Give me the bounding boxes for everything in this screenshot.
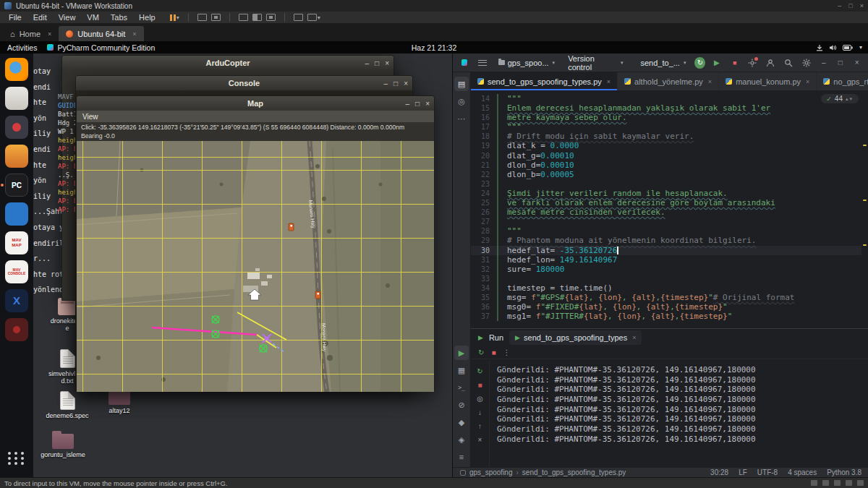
usb-status-icon[interactable] bbox=[846, 480, 852, 486]
menu-help[interactable]: Help bbox=[133, 13, 161, 22]
code-line[interactable]: 32sure= 180000 bbox=[471, 265, 861, 274]
minimize-button[interactable]: – bbox=[817, 59, 830, 67]
cdrom-status-icon[interactable] bbox=[822, 480, 829, 486]
code-line[interactable]: 27 bbox=[471, 217, 861, 226]
menu-tabs[interactable]: Tabs bbox=[105, 13, 133, 22]
code-line[interactable]: 18# Drift modu için sabit kaymalar verir… bbox=[471, 132, 861, 141]
maximize-button[interactable]: □ bbox=[375, 59, 379, 67]
code-line[interactable]: 19dlat_k = 0.0000 bbox=[471, 141, 861, 150]
code-line[interactable]: 22dlon_b=0.00005 bbox=[471, 170, 861, 179]
close-tab-icon[interactable]: × bbox=[632, 334, 636, 341]
stop-button[interactable]: ■ bbox=[491, 348, 495, 356]
dock-recorder-icon[interactable] bbox=[5, 318, 28, 341]
tool-packages-icon[interactable]: ▦ bbox=[454, 363, 469, 377]
menu-vm[interactable]: VM bbox=[81, 13, 105, 22]
maximize-button[interactable]: □ bbox=[393, 80, 398, 87]
dock-dronekit-icon[interactable]: X bbox=[5, 289, 28, 312]
dock-mav-console-icon[interactable]: MAV CONSOLE bbox=[5, 260, 28, 283]
main-menu-button[interactable] bbox=[478, 60, 486, 66]
editor-tab[interactable]: althold_yönelme.py× bbox=[618, 72, 719, 90]
console-titlebar[interactable]: Console – □ × bbox=[76, 76, 412, 90]
minimize-button[interactable]: – bbox=[365, 59, 370, 67]
run-console-output[interactable]: Gönderildi: #PHANTOM#-35.36120726, 149.1… bbox=[490, 361, 868, 467]
code-line[interactable]: 17""" bbox=[471, 122, 861, 132]
menu-view[interactable]: View bbox=[53, 13, 82, 22]
maximize-button[interactable]: □ bbox=[415, 100, 420, 108]
code-line[interactable]: 14""" bbox=[471, 94, 861, 103]
indent-style[interactable]: 4 spaces bbox=[788, 468, 817, 476]
hdd-status-icon[interactable] bbox=[811, 480, 817, 486]
dock-mav-map-icon[interactable]: MAV MAP bbox=[5, 231, 28, 254]
user-avatar[interactable] bbox=[764, 56, 778, 70]
focused-app-menu[interactable]: PyCharm Community Edition bbox=[57, 43, 155, 52]
vmware-maximize-button[interactable]: □ bbox=[848, 2, 852, 9]
sound-status-icon[interactable] bbox=[857, 480, 864, 486]
code-editor[interactable]: 14"""15Enlem derecesi hesaplanmadan yakl… bbox=[471, 91, 868, 328]
settings-button[interactable] bbox=[799, 56, 813, 70]
vmware-titlebar[interactable]: Ubuntu 64-bit - VMware Workstation – □ × bbox=[0, 0, 868, 12]
caret-position[interactable]: 30:28 bbox=[710, 468, 728, 476]
tool-commit-icon[interactable]: ◎ bbox=[454, 94, 469, 108]
warning-stripe-mark[interactable] bbox=[863, 200, 867, 201]
run-config-selector[interactable]: send_to_... ▾ bbox=[637, 56, 691, 70]
close-tab-icon[interactable]: × bbox=[806, 78, 809, 85]
arducopter-titlebar[interactable]: ArduCopter – □ × bbox=[62, 56, 393, 70]
tool-terminal-icon[interactable]: >_ bbox=[454, 380, 469, 395]
snapshot-take-icon[interactable] bbox=[197, 14, 207, 21]
close-tab-icon[interactable]: × bbox=[708, 78, 712, 85]
breadcrumb-project[interactable]: gps_spoofing bbox=[469, 468, 513, 476]
code-line[interactable]: 28""" bbox=[471, 226, 861, 236]
pin-icon[interactable]: ◎ bbox=[475, 393, 486, 404]
display-mode-button[interactable]: ▾ bbox=[307, 14, 320, 21]
more-options-icon[interactable]: ⋮ bbox=[503, 348, 510, 356]
map-window[interactable]: Map – □ × View Click: -35.36395826 149.1… bbox=[76, 95, 435, 391]
code-line[interactable]: 30hedef_lat= -35.36120726 bbox=[471, 246, 861, 255]
code-line[interactable]: 29# Phantom moduna ait yönelmenin koordi… bbox=[471, 236, 861, 245]
dock-files-icon[interactable] bbox=[5, 87, 28, 110]
line-separator[interactable]: LF bbox=[739, 468, 747, 476]
tool-structure-icon[interactable]: ◈ bbox=[454, 432, 469, 447]
dock-firefox-icon[interactable] bbox=[5, 58, 28, 81]
vmware-close-button[interactable]: × bbox=[860, 2, 864, 9]
rerun-button[interactable]: ↻ bbox=[694, 57, 705, 69]
tool-services-icon[interactable]: ◆ bbox=[454, 415, 469, 429]
snapshot-revert-icon[interactable] bbox=[211, 14, 221, 21]
tab-ubuntu-vm[interactable]: Ubuntu 64-bit × bbox=[59, 26, 143, 41]
code-line[interactable]: 36msg0= f"#FIXED#{lat}, {lon}, {alt},{ti… bbox=[471, 302, 861, 312]
system-tray[interactable]: ▾ bbox=[816, 44, 868, 51]
menu-file[interactable]: File bbox=[3, 13, 27, 22]
code-line[interactable]: 21dlon_d=0.00010 bbox=[471, 160, 861, 170]
minimize-button[interactable]: – bbox=[406, 100, 410, 108]
menu-edit[interactable]: Edit bbox=[27, 13, 53, 22]
inspections-widget[interactable]: ✓ 44 ▴▾ bbox=[821, 94, 859, 103]
run-session-tab[interactable]: ▶ send_to_gps_spoofing_types × bbox=[509, 330, 642, 345]
down-icon[interactable]: ↓ bbox=[475, 406, 486, 418]
code-line[interactable]: 15Enlem derecesi hesaplanmadan yaklaşık … bbox=[471, 103, 861, 113]
editor-tab[interactable]: no_gps_rtl.py× bbox=[817, 72, 868, 90]
desktop-icon[interactable]: deneme6.spec bbox=[41, 391, 94, 419]
prev-next-icons[interactable]: ▴▾ bbox=[846, 96, 854, 102]
code-line[interactable]: 26mesafe metre cinsinden verilecek. bbox=[471, 207, 861, 217]
minimize-button[interactable]: – bbox=[384, 80, 388, 87]
maximize-button[interactable]: □ bbox=[834, 59, 846, 67]
close-button[interactable]: × bbox=[425, 100, 430, 108]
tool-problems-icon[interactable]: ⊘ bbox=[454, 398, 469, 412]
close-button[interactable]: × bbox=[851, 59, 863, 67]
map-titlebar[interactable]: Map – □ × bbox=[77, 96, 434, 111]
code-line[interactable]: 23 bbox=[471, 179, 861, 189]
close-tab-icon[interactable]: × bbox=[607, 78, 610, 85]
editor-tab[interactable]: manuel_konum.py× bbox=[719, 72, 817, 90]
stop-icon[interactable]: ■ bbox=[475, 379, 486, 390]
tool-more-icon[interactable]: ⋯ bbox=[454, 111, 469, 126]
file-encoding[interactable]: UTF-8 bbox=[757, 468, 778, 476]
pycharm-window[interactable]: gps_spoo... ▾ Version control ▾ send_to_… bbox=[452, 53, 868, 477]
clear-icon[interactable]: × bbox=[475, 434, 486, 445]
tool-run-icon[interactable]: ▶ bbox=[454, 346, 469, 360]
run-button[interactable]: ▶ bbox=[710, 56, 723, 70]
warning-stripe-mark[interactable] bbox=[863, 244, 867, 246]
settings-sync-button[interactable] bbox=[746, 56, 760, 70]
map-view-menu[interactable]: View bbox=[82, 113, 98, 121]
vcs-widget[interactable]: Version control ▾ bbox=[563, 56, 627, 70]
thumbnail-bar-icon[interactable] bbox=[266, 14, 276, 21]
dock-media-app-icon[interactable] bbox=[5, 116, 28, 139]
